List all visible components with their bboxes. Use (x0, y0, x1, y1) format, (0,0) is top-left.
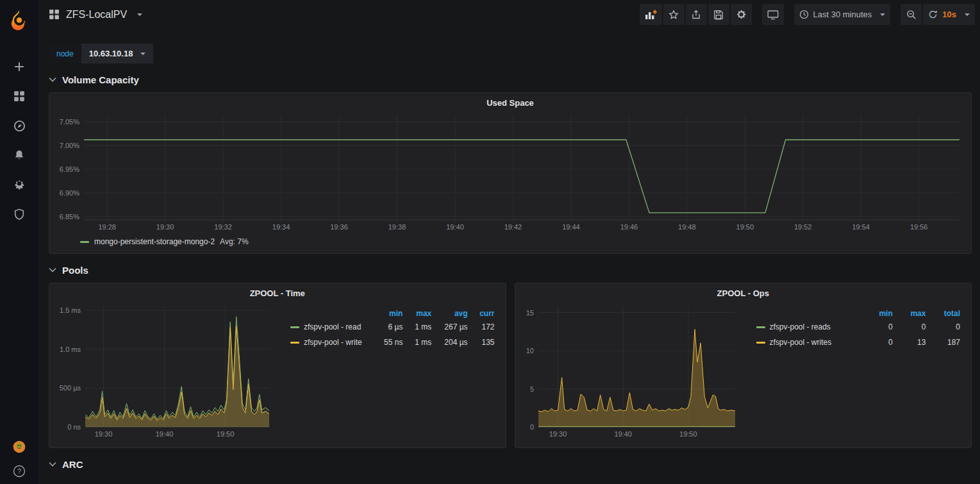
svg-text:19:54: 19:54 (852, 223, 870, 231)
legend-swatch (290, 326, 299, 328)
zoom-out-icon (906, 10, 917, 20)
legend-value: 0 (930, 319, 965, 335)
refresh-interval-label: 10s (942, 10, 956, 19)
legend-col-header[interactable]: min (867, 308, 897, 319)
svg-text:19:32: 19:32 (214, 223, 232, 231)
svg-text:6.90%: 6.90% (60, 189, 79, 197)
panel-title[interactable]: Used Space (54, 97, 966, 111)
dashboard-navbar: ZFS-LocalPV Last 30 minutes (38, 0, 980, 29)
svg-text:19:38: 19:38 (388, 223, 406, 231)
svg-text:19:44: 19:44 (562, 223, 580, 231)
panel-title[interactable]: ZPOOL - Ops (520, 287, 967, 301)
row-volume-capacity[interactable]: Volume Capacity (49, 72, 972, 87)
svg-text:5: 5 (529, 385, 533, 393)
legend-table: minmaxavgcurrzfspv-pool - read6 µs1 ms26… (286, 308, 499, 350)
legend-table: minmaxtotalzfspv-pool - reads000zfspv-po… (752, 308, 965, 350)
svg-text:7.05%: 7.05% (60, 118, 79, 126)
time-range-label: Last 30 minutes (813, 10, 872, 19)
user-avatar[interactable] (13, 440, 26, 453)
refresh-button[interactable]: 10s (923, 4, 975, 25)
svg-text:19:50: 19:50 (736, 223, 754, 231)
legend-swatch (756, 326, 765, 328)
node-variable-dropdown[interactable]: node 10.63.10.18 (49, 44, 153, 63)
svg-text:19:56: 19:56 (910, 223, 928, 231)
chevron-down-icon (880, 13, 885, 16)
legend-series-label[interactable]: mongo-persistent-storage-mongo-2 (94, 237, 215, 246)
clock-icon (799, 10, 809, 19)
svg-text:0 ns: 0 ns (67, 423, 81, 431)
legend-value: 0 (867, 335, 897, 350)
zpool-time-legend: minmaxavgcurrzfspv-pool - read6 µs1 ms26… (276, 301, 501, 441)
svg-text:19:30: 19:30 (95, 430, 113, 438)
legend-swatch (80, 241, 89, 243)
svg-text:1.0 ms: 1.0 ms (60, 346, 81, 353)
chevron-down-icon (49, 267, 56, 272)
dashboards-icon[interactable] (13, 90, 26, 103)
legend-value: 1 ms (407, 335, 436, 350)
legend-row: zfspv-pool - read6 µs1 ms267 µs172 (286, 319, 499, 335)
panel-title[interactable]: ZPOOL - Time (54, 287, 501, 301)
explore-compass-icon[interactable] (13, 119, 26, 132)
legend-col-header[interactable]: curr (472, 308, 499, 319)
cycle-view-mode-button[interactable] (762, 4, 784, 25)
legend-col-header[interactable]: max (897, 308, 931, 319)
add-panel-button[interactable] (640, 4, 662, 25)
chart-svg: 19:3019:4019:501.5 ms1.0 ms500 µs0 ns (54, 301, 276, 441)
server-admin-shield-icon[interactable] (13, 208, 26, 221)
zpool-ops-chart[interactable]: 19:3019:4019:50151050 (520, 301, 742, 441)
svg-text:19:36: 19:36 (330, 223, 348, 231)
save-dashboard-button[interactable] (708, 4, 729, 25)
chart-svg: 19:2819:3019:3219:3419:3619:3819:4019:42… (54, 111, 966, 234)
zpool-time-chart[interactable]: 19:3019:4019:501.5 ms1.0 ms500 µs0 ns (54, 301, 276, 441)
legend-col-header[interactable]: avg (436, 308, 472, 319)
legend-series-label[interactable]: zfspv-pool - write (286, 335, 376, 350)
help-icon[interactable]: ? (13, 465, 26, 478)
legend-value: 13 (897, 335, 931, 350)
legend-series-label[interactable]: zfspv-pool - writes (752, 335, 867, 350)
dashboard-settings-button[interactable] (731, 4, 752, 25)
grafana-logo[interactable] (0, 0, 38, 40)
legend-col-header[interactable]: total (930, 308, 965, 319)
row-title: ARC (62, 459, 83, 470)
chart-svg: 19:3019:4019:50151050 (520, 301, 742, 441)
node-variable-value: 10.63.10.18 (89, 49, 133, 58)
monitor-icon (767, 10, 779, 20)
legend-series-label[interactable]: zfspv-pool - read (286, 319, 376, 335)
node-variable-label: node (49, 44, 81, 63)
legend-col-header[interactable]: min (376, 308, 408, 319)
svg-text:10: 10 (526, 347, 533, 355)
row-title: Pools (62, 265, 88, 276)
create-plus-icon[interactable] (13, 60, 26, 73)
svg-text:19:30: 19:30 (156, 223, 174, 231)
time-range-picker[interactable]: Last 30 minutes (794, 4, 891, 25)
svg-text:19:34: 19:34 (272, 223, 290, 231)
used-space-chart[interactable]: 19:2819:3019:3219:3419:3619:3819:4019:42… (54, 111, 966, 234)
used-space-panel: Used Space 19:2819:3019:3219:3419:3619:3… (49, 92, 972, 254)
dashboard-picker[interactable]: ZFS-LocalPV (49, 9, 142, 21)
share-dashboard-button[interactable] (686, 4, 707, 25)
legend-value: 187 (930, 335, 965, 350)
svg-text:19:46: 19:46 (620, 223, 638, 231)
legend-value: 1 ms (407, 319, 436, 335)
used-space-legend: mongo-persistent-storage-mongo-2 Avg: 7% (54, 234, 966, 249)
legend-row: zfspv-pool - reads000 (752, 319, 965, 335)
zoom-out-button[interactable] (901, 4, 922, 25)
legend-series-label[interactable]: zfspv-pool - reads (752, 319, 867, 335)
legend-value: 135 (472, 335, 499, 350)
dashboard-title: ZFS-LocalPV (66, 9, 127, 21)
svg-text:19:30: 19:30 (549, 430, 567, 438)
grafana-flame-icon (8, 9, 30, 31)
legend-row: zfspv-pool - writes013187 (752, 335, 965, 350)
svg-text:19:28: 19:28 (98, 223, 116, 231)
row-arc[interactable]: ARC (49, 457, 972, 471)
legend-row: zfspv-pool - write55 ns1 ms204 µs135 (286, 335, 499, 350)
legend-col-header[interactable]: max (407, 308, 436, 319)
star-dashboard-button[interactable] (663, 4, 685, 25)
configuration-gear-icon[interactable] (13, 178, 26, 191)
chevron-down-icon (49, 462, 56, 467)
zpool-ops-legend: minmaxtotalzfspv-pool - reads000zfspv-po… (742, 301, 967, 441)
side-menu: ? (0, 0, 38, 484)
alerting-bell-icon[interactable] (13, 149, 26, 162)
legend-value: 55 ns (376, 335, 408, 350)
row-pools[interactable]: Pools (49, 263, 972, 277)
